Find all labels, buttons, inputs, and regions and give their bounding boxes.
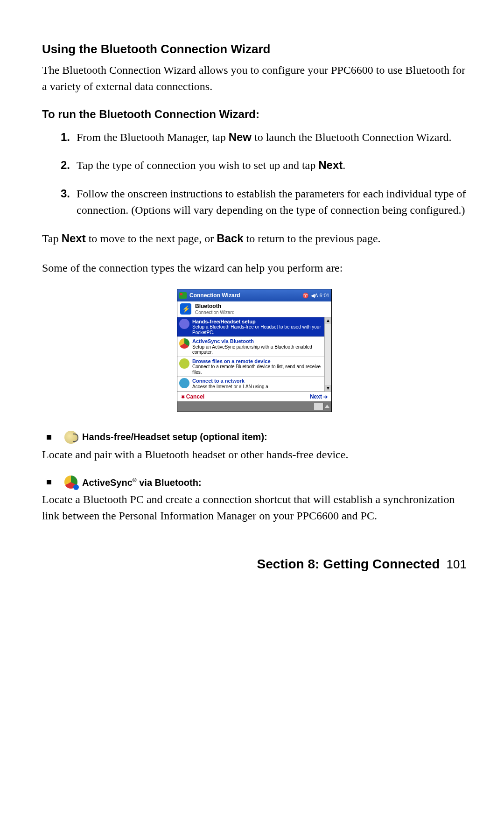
item-desc: Connect to a remote Bluetooth device to …: [192, 364, 329, 375]
step-3: 3. Follow the onscreen instructions to e…: [42, 186, 467, 218]
option-label: ActiveSync® via Bluetooth:: [82, 477, 202, 488]
bold-new: New: [229, 131, 252, 143]
step-text: From the Bluetooth Manager, tap New to l…: [77, 129, 467, 146]
header-text: Bluetooth Connection Wizard: [195, 303, 234, 315]
item-title: ActiveSync via Bluetooth: [192, 338, 329, 344]
wizard-header: ⚡ Bluetooth Connection Wizard: [177, 301, 331, 317]
handsfree-icon: [179, 319, 189, 329]
text: Follow the onscreen instructions to esta…: [77, 188, 466, 216]
leadin-paragraph: Some of the connection types the wizard …: [42, 260, 467, 276]
document-page: Using the Bluetooth Connection Wizard Th…: [0, 0, 504, 600]
window-title: Connection Wizard: [189, 292, 302, 299]
text: Tap: [42, 232, 62, 245]
text: to return to the previous page.: [244, 232, 381, 245]
step-1: 1. From the Bluetooth Manager, tap New t…: [42, 129, 467, 146]
status-area: ♈ ◀ᐃ 6:01: [302, 293, 329, 299]
step-2: 2. Tap the type of connection you wish t…: [42, 157, 467, 174]
scroll-down-icon[interactable]: ▼: [325, 385, 331, 392]
text: From the Bluetooth Manager, tap: [77, 131, 229, 143]
item-desc: Setup an ActiveSync partnership with a B…: [192, 344, 329, 355]
text: Tap the type of connection you wish to s…: [77, 159, 318, 171]
step-text: Tap the type of connection you wish to s…: [77, 157, 467, 174]
step-number: 1.: [42, 129, 77, 146]
option-handsfree-desc: Locate and pair with a Bluetooth headset…: [42, 447, 467, 463]
page-footer: Section 8: Getting Connected 101: [42, 557, 467, 572]
step-number: 2.: [42, 157, 77, 174]
option-handsfree-heading: Hands-free/Headset setup (optional item)…: [47, 431, 467, 444]
intro-paragraph: The Bluetooth Connection Wizard allows y…: [42, 62, 467, 95]
bullet-icon: [47, 480, 51, 484]
heading-using-wizard: Using the Bluetooth Connection Wizard: [42, 42, 467, 56]
next-button[interactable]: Next: [310, 393, 328, 400]
wizard-footer: Cancel Next: [177, 392, 331, 401]
keyboard-icon[interactable]: [313, 403, 323, 410]
subheading-to-run: To run the Bluetooth Connection Wizard:: [42, 108, 467, 121]
list-item-handsfree[interactable]: Hands-free/Headset setup Setup a Bluetoo…: [177, 317, 331, 337]
embedded-screenshot: Connection Wizard ♈ ◀ᐃ 6:01 ⚡ Bluetooth …: [42, 289, 467, 412]
registered-mark: ®: [133, 477, 137, 483]
activesync-icon: [64, 476, 77, 489]
activesync-icon: [179, 338, 189, 349]
item-desc: Setup a Bluetooth Hands-free or Headset …: [192, 324, 329, 335]
item-desc: Access the Internet or a LAN using a: [192, 384, 268, 390]
bold-next: Next: [62, 232, 86, 245]
step-text: Follow the onscreen instructions to esta…: [77, 186, 467, 218]
text: to launch the Bluetooth Connection Wizar…: [252, 131, 452, 143]
headset-icon: [64, 431, 77, 444]
scroll-up-icon[interactable]: ▲: [325, 317, 331, 324]
item-title: Connect to a network: [192, 378, 268, 384]
sip-menu-icon[interactable]: [325, 405, 329, 408]
option-label: Hands-free/Headset setup (optional item)…: [82, 432, 267, 442]
text: via Bluetooth:: [137, 477, 202, 487]
header-line1: Bluetooth: [195, 303, 234, 309]
bold-next: Next: [318, 159, 343, 171]
titlebar: Connection Wizard ♈ ◀ᐃ 6:01: [177, 289, 331, 301]
bullet-icon: [47, 435, 51, 440]
page-number: 101: [447, 557, 467, 572]
list-item-network[interactable]: Connect to a network Access the Internet…: [177, 377, 331, 391]
wizard-option-list: Hands-free/Headset setup Setup a Bluetoo…: [177, 317, 331, 392]
steps-list: 1. From the Bluetooth Manager, tap New t…: [42, 129, 467, 218]
nav-instruction: Tap Next to move to the next page, or Ba…: [42, 231, 467, 247]
ppc-window: Connection Wizard ♈ ◀ᐃ 6:01 ⚡ Bluetooth …: [177, 289, 332, 412]
option-activesync-desc: Locate a Bluetooth PC and create a conne…: [42, 491, 467, 524]
option-activesync-heading: ActiveSync® via Bluetooth:: [47, 476, 467, 489]
scrollbar[interactable]: ▲ ▼: [324, 317, 331, 392]
text: ActiveSync: [82, 477, 133, 487]
list-item-browse[interactable]: Browse files on a remote device Connect …: [177, 357, 331, 377]
section-label: Section 8: Getting Connected: [257, 557, 440, 572]
text: .: [343, 159, 345, 171]
item-title: Browse files on a remote device: [192, 358, 329, 364]
sip-bar: [177, 401, 331, 412]
bluetooth-icon: ⚡: [180, 303, 191, 315]
step-number: 3.: [42, 186, 77, 218]
cancel-button[interactable]: Cancel: [181, 393, 204, 400]
network-icon: [179, 378, 189, 388]
header-line2: Connection Wizard: [195, 310, 234, 315]
start-flag-icon[interactable]: [179, 292, 187, 299]
list-item-activesync[interactable]: ActiveSync via Bluetooth Setup an Active…: [177, 337, 331, 357]
text: to move to the next page, or: [86, 232, 217, 245]
item-title: Hands-free/Headset setup: [192, 319, 329, 325]
browse-icon: [179, 358, 189, 369]
bold-back: Back: [217, 232, 243, 245]
